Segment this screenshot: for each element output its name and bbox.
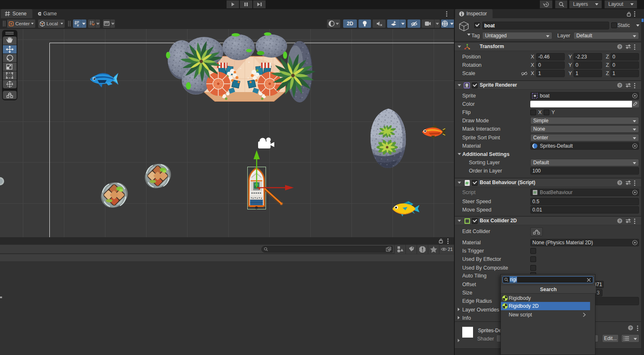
svg-text:?: ? [619,219,621,223]
svg-text:?: ? [619,83,621,88]
svg-text:?: ? [619,45,621,49]
svg-text:?: ? [619,181,621,185]
svg-text:21: 21 [448,247,453,252]
svg-text:Y: Y [77,24,79,27]
svg-text:?: ? [629,326,632,330]
